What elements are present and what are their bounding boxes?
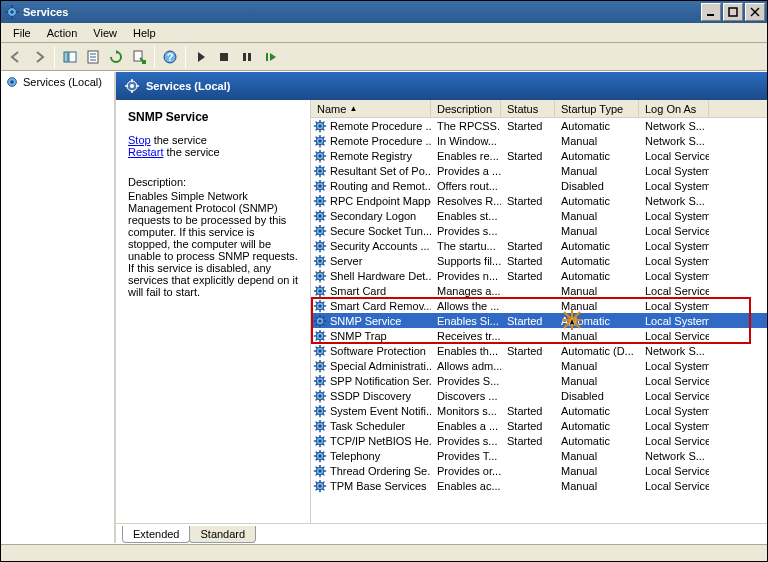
service-row[interactable]: SSDP DiscoveryDiscovers ...DisabledLocal…	[311, 388, 767, 403]
svg-rect-22	[266, 53, 268, 61]
service-row[interactable]: ServerSupports fil...StartedAutomaticLoc…	[311, 253, 767, 268]
service-row[interactable]: RPC Endpoint MapperResolves R...StartedA…	[311, 193, 767, 208]
details-pane: SNMP Service Stop the service Restart th…	[116, 100, 311, 523]
menu-action[interactable]: Action	[39, 25, 86, 41]
service-icon	[313, 464, 327, 478]
service-row[interactable]: Shell Hardware Det...Provides n...Starte…	[311, 268, 767, 283]
service-icon	[313, 434, 327, 448]
svg-line-88	[323, 203, 325, 205]
service-row[interactable]: SNMP TrapReceives tr...ManualLocal Servi…	[311, 328, 767, 343]
svg-line-89	[323, 196, 325, 198]
svg-line-39	[323, 121, 325, 123]
svg-line-69	[323, 166, 325, 168]
service-row[interactable]: TelephonyProvides T...ManualNetwork S...	[311, 448, 767, 463]
service-row[interactable]: Security Accounts ...The startu...Starte…	[311, 238, 767, 253]
svg-line-108	[323, 233, 325, 235]
service-icon	[313, 254, 327, 268]
svg-line-100	[316, 218, 318, 220]
service-row[interactable]: Special Administrati...Allows adm...Manu…	[311, 358, 767, 373]
service-row[interactable]: Thread Ordering Se...Provides or...Manua…	[311, 463, 767, 478]
tree-root-item[interactable]: Services (Local)	[3, 74, 112, 90]
service-icon	[313, 269, 327, 283]
svg-line-109	[323, 226, 325, 228]
svg-line-80	[316, 188, 318, 190]
svg-point-72	[318, 184, 321, 187]
service-row[interactable]: Software ProtectionEnables th...StartedA…	[311, 343, 767, 358]
maximize-button[interactable]	[723, 3, 743, 21]
refresh-button[interactable]	[105, 46, 127, 68]
service-row[interactable]: SNMP ServiceEnables Si...StartedAutomati…	[311, 313, 767, 328]
minimize-button[interactable]	[701, 3, 721, 21]
back-button[interactable]	[5, 46, 27, 68]
properties-button[interactable]	[82, 46, 104, 68]
col-description[interactable]: Description	[431, 100, 501, 117]
svg-line-227	[316, 406, 318, 408]
stop-service-link[interactable]: Stop	[128, 134, 151, 146]
svg-line-268	[323, 473, 325, 475]
svg-line-138	[323, 278, 325, 280]
stop-service-button[interactable]	[213, 46, 235, 68]
menu-view[interactable]: View	[85, 25, 125, 41]
service-row[interactable]: Task SchedulerEnables a ...StartedAutoma…	[311, 418, 767, 433]
service-row[interactable]: Secure Socket Tun...Provides s...ManualL…	[311, 223, 767, 238]
menu-file[interactable]: File	[5, 25, 39, 41]
service-row[interactable]: Routing and Remot...Offers rout...Disabl…	[311, 178, 767, 193]
svg-point-262	[318, 469, 321, 472]
svg-line-220	[316, 398, 318, 400]
export-list-button[interactable]	[128, 46, 150, 68]
svg-line-67	[316, 166, 318, 168]
svg-line-47	[316, 136, 318, 138]
svg-line-260	[316, 458, 318, 460]
service-row[interactable]: Remote Procedure ...In Window...ManualNe…	[311, 133, 767, 148]
service-row[interactable]: Smart CardManages a...ManualLocal Servic…	[311, 283, 767, 298]
service-row[interactable]: Remote RegistryEnables re...StartedAutom…	[311, 148, 767, 163]
service-icon	[313, 224, 327, 238]
tab-standard[interactable]: Standard	[189, 526, 256, 543]
service-row[interactable]: System Event Notifi...Monitors s...Start…	[311, 403, 767, 418]
svg-line-280	[316, 488, 318, 490]
close-button[interactable]	[745, 3, 765, 21]
svg-line-187	[316, 346, 318, 348]
services-list: Name ▲ Description Status Startup Type L…	[311, 100, 767, 523]
service-row[interactable]: Resultant Set of Po...Provides a ...Manu…	[311, 163, 767, 178]
service-row[interactable]: Remote Procedure ...The RPCSS...StartedA…	[311, 118, 767, 133]
svg-point-32	[318, 124, 321, 127]
svg-line-179	[323, 331, 325, 333]
svg-point-152	[318, 304, 321, 307]
service-row[interactable]: SPP Notification Ser...Provides S...Manu…	[311, 373, 767, 388]
svg-point-62	[318, 169, 321, 172]
start-service-button[interactable]	[190, 46, 212, 68]
svg-line-240	[316, 428, 318, 430]
svg-line-277	[316, 481, 318, 483]
svg-line-117	[316, 241, 318, 243]
tab-extended[interactable]: Extended	[122, 526, 190, 543]
svg-rect-7	[729, 8, 737, 16]
svg-point-132	[318, 274, 321, 277]
svg-line-59	[323, 151, 325, 153]
svg-rect-19	[220, 53, 228, 61]
svg-line-160	[316, 308, 318, 310]
service-row[interactable]: TCP/IP NetBIOS He...Provides s...Started…	[311, 433, 767, 448]
svg-line-77	[316, 181, 318, 183]
forward-button[interactable]	[28, 46, 50, 68]
services-rows[interactable]: Remote Procedure ...The RPCSS...StartedA…	[311, 118, 767, 523]
col-status[interactable]: Status	[501, 100, 555, 117]
svg-point-202	[318, 379, 321, 382]
service-icon	[313, 329, 327, 343]
show-hide-tree-button[interactable]	[59, 46, 81, 68]
service-icon	[313, 419, 327, 433]
svg-line-207	[316, 376, 318, 378]
svg-line-200	[316, 368, 318, 370]
service-row[interactable]: Secondary LogonEnables st...ManualLocal …	[311, 208, 767, 223]
col-name[interactable]: Name ▲	[311, 100, 431, 117]
help-button[interactable]: ?	[159, 46, 181, 68]
svg-point-172	[318, 334, 321, 337]
service-row[interactable]: Smart Card Remov...Allows the ...ManualL…	[311, 298, 767, 313]
restart-service-button[interactable]	[259, 46, 281, 68]
service-row[interactable]: TPM Base ServicesEnables ac...ManualLoca…	[311, 478, 767, 493]
col-logon-as[interactable]: Log On As	[639, 100, 709, 117]
pause-service-button[interactable]	[236, 46, 258, 68]
menu-help[interactable]: Help	[125, 25, 164, 41]
restart-service-link[interactable]: Restart	[128, 146, 163, 158]
col-startup-type[interactable]: Startup Type	[555, 100, 639, 117]
